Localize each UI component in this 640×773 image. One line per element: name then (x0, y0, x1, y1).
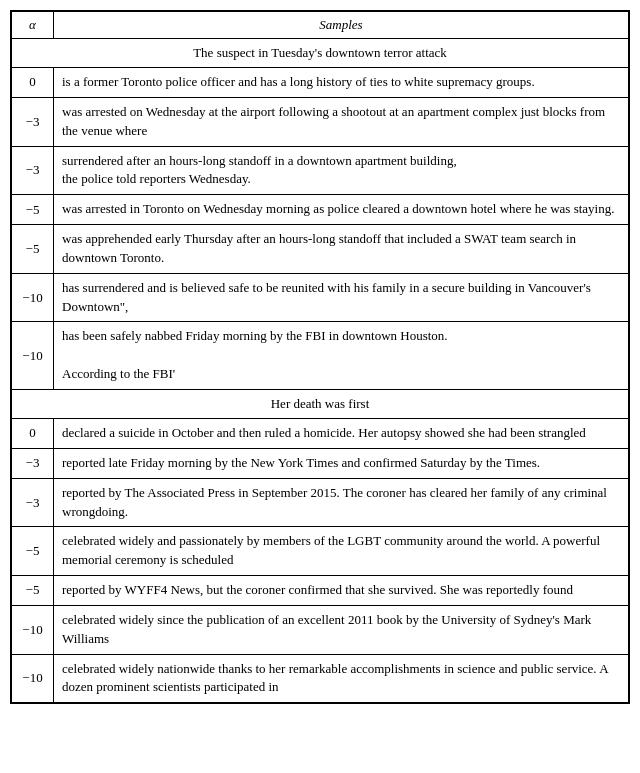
alpha-value: −5 (12, 527, 54, 576)
sample-text: celebrated widely and passionately by me… (54, 527, 629, 576)
alpha-value: −10 (12, 654, 54, 703)
alpha-value: −5 (12, 225, 54, 274)
table-row: −10has surrendered and is believed safe … (12, 273, 629, 322)
alpha-value: −3 (12, 478, 54, 527)
table-row: −3reported by The Associated Press in Se… (12, 478, 629, 527)
alpha-value: −3 (12, 97, 54, 146)
alpha-value: 0 (12, 418, 54, 448)
col-header-alpha: α (12, 12, 54, 39)
group-header-text-0: The suspect in Tuesday's downtown terror… (12, 39, 629, 68)
table-row: −3surrendered after an hours-long stando… (12, 146, 629, 195)
alpha-value: −10 (12, 605, 54, 654)
sample-text: was apprehended early Thursday after an … (54, 225, 629, 274)
sample-text: has been safely nabbed Friday morning by… (54, 322, 629, 390)
sample-text: has surrendered and is believed safe to … (54, 273, 629, 322)
sample-text: declared a suicide in October and then r… (54, 418, 629, 448)
table-row: 0is a former Toronto police officer and … (12, 68, 629, 98)
table-row: −10has been safely nabbed Friday morning… (12, 322, 629, 390)
col-header-samples: Samples (54, 12, 629, 39)
group-header-1: Her death was first (12, 389, 629, 418)
sample-text: reported by WYFF4 News, but the coroner … (54, 576, 629, 606)
main-table: α Samples The suspect in Tuesday's downt… (10, 10, 630, 704)
table-row: −3reported late Friday morning by the Ne… (12, 448, 629, 478)
alpha-value: −10 (12, 322, 54, 390)
alpha-value: −3 (12, 146, 54, 195)
alpha-value: −5 (12, 195, 54, 225)
sample-text: celebrated widely nationwide thanks to h… (54, 654, 629, 703)
sample-text: surrendered after an hours-long standoff… (54, 146, 629, 195)
group-header-0: The suspect in Tuesday's downtown terror… (12, 39, 629, 68)
table-row: −5celebrated widely and passionately by … (12, 527, 629, 576)
table-row: −5reported by WYFF4 News, but the corone… (12, 576, 629, 606)
table-row: −10celebrated widely nationwide thanks t… (12, 654, 629, 703)
table-row: −5was apprehended early Thursday after a… (12, 225, 629, 274)
table-row: 0declared a suicide in October and then … (12, 418, 629, 448)
table-row: −5was arrested in Toronto on Wednesday m… (12, 195, 629, 225)
sample-text: is a former Toronto police officer and h… (54, 68, 629, 98)
sample-text: reported by The Associated Press in Sept… (54, 478, 629, 527)
sample-text: celebrated widely since the publication … (54, 605, 629, 654)
sample-text: reported late Friday morning by the New … (54, 448, 629, 478)
alpha-value: −3 (12, 448, 54, 478)
table-row: −10celebrated widely since the publicati… (12, 605, 629, 654)
table-row: −3was arrested on Wednesday at the airpo… (12, 97, 629, 146)
alpha-value: 0 (12, 68, 54, 98)
sample-text: was arrested on Wednesday at the airport… (54, 97, 629, 146)
alpha-value: −10 (12, 273, 54, 322)
alpha-value: −5 (12, 576, 54, 606)
group-header-text-1: Her death was first (12, 389, 629, 418)
sample-text: was arrested in Toronto on Wednesday mor… (54, 195, 629, 225)
